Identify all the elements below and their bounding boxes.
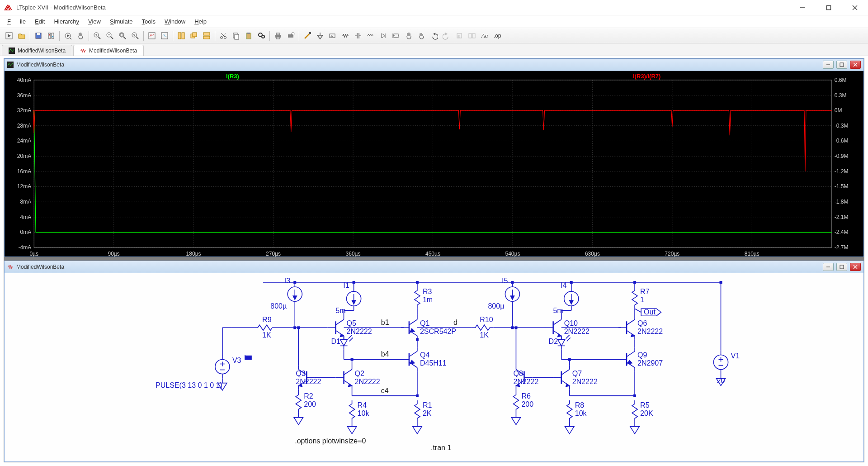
tb-inductor-icon[interactable] (364, 30, 377, 42)
svg-line-36 (221, 33, 225, 37)
svg-text:2N2222: 2N2222 (637, 327, 663, 335)
tb-closewin-icon[interactable] (200, 30, 213, 42)
tb-controlpanel-icon[interactable] (45, 30, 57, 42)
svg-text:10k: 10k (575, 409, 587, 417)
svg-rect-158 (416, 281, 419, 284)
svg-marker-58 (382, 33, 385, 38)
svg-rect-239 (416, 395, 419, 397)
svg-line-214 (344, 370, 352, 375)
window-minimize-button[interactable] (789, 0, 816, 15)
tb-tilewin-icon[interactable] (175, 30, 188, 42)
menu-window[interactable]: Window (160, 16, 190, 27)
app-logo-icon (4, 3, 13, 12)
tb-drawwire-icon[interactable] (301, 30, 314, 42)
tb-printsetup-icon[interactable] (284, 30, 297, 42)
mdi-maximize-button[interactable] (836, 61, 847, 69)
svg-text:-0.9M: -0.9M (835, 153, 849, 159)
svg-marker-344 (566, 384, 570, 387)
tb-ground-icon[interactable] (314, 30, 326, 42)
svg-rect-211 (416, 338, 419, 341)
tb-print-icon[interactable] (272, 30, 284, 42)
svg-text:800µ: 800µ (270, 302, 287, 310)
svg-text:R10: R10 (480, 315, 493, 323)
tb-copy-icon[interactable] (230, 30, 242, 42)
waveform-plot[interactable]: I(R3) I(R3)/I(R7) 0µs90µs180µs270µs360µs… (5, 71, 863, 257)
menu-edit[interactable]: Edit (30, 16, 49, 27)
tb-spice-icon[interactable]: .op (491, 30, 504, 42)
svg-text:1K: 1K (480, 331, 489, 339)
mdi-close-button[interactable] (850, 61, 861, 69)
tb-zoomin-icon[interactable] (91, 30, 104, 42)
tb-autorange-icon[interactable] (146, 30, 158, 42)
window-close-button[interactable] (842, 0, 868, 15)
window-maximize-button[interactable] (816, 0, 842, 15)
tb-resistor-icon[interactable] (339, 30, 352, 42)
tb-zoomout-icon[interactable] (104, 30, 116, 42)
tb-open-icon[interactable] (15, 30, 28, 42)
svg-point-34 (224, 36, 226, 38)
tb-text-icon[interactable]: Aa (478, 30, 491, 42)
schematic-window-titlebar[interactable]: ModifiedWilsonBeta (5, 261, 863, 273)
svg-text:R5: R5 (640, 401, 650, 409)
svg-text:.options plotwinsize=0: .options plotwinsize=0 (295, 437, 366, 445)
svg-text:1: 1 (640, 295, 644, 304)
menu-hierarchy[interactable]: Hierarchy (49, 16, 84, 27)
tb-find-icon[interactable] (255, 30, 268, 42)
menu-view[interactable]: View (84, 16, 105, 27)
svg-text:4mA: 4mA (20, 214, 31, 220)
mdi-maximize-button[interactable] (836, 263, 847, 271)
tb-component-icon[interactable] (390, 30, 402, 42)
schematic-canvas[interactable]: I3800µI15mR31mR91KQ52N2222b1Q12SCR542PD1… (5, 273, 863, 461)
tb-drag-icon[interactable] (415, 30, 428, 42)
svg-line-324 (567, 338, 571, 341)
tb-diode-icon[interactable] (377, 30, 390, 42)
menu-file[interactable]: File (3, 16, 30, 27)
svg-marker-51 (317, 35, 323, 39)
svg-text:1m: 1m (423, 295, 433, 304)
tb-mirror-icon[interactable] (466, 30, 478, 42)
svg-text:10k: 10k (358, 409, 370, 417)
tb-rotate-icon[interactable]: E (453, 30, 466, 42)
mdi-minimize-button[interactable] (823, 61, 834, 69)
tb-label-icon[interactable]: A (326, 30, 339, 42)
tb-zoomback-icon[interactable] (129, 30, 142, 42)
svg-text:2N2222: 2N2222 (564, 327, 590, 335)
svg-text:2N2222: 2N2222 (347, 327, 372, 335)
menu-help[interactable]: Help (190, 16, 211, 27)
tab-schem[interactable]: ModifiedWilsonBeta (73, 45, 144, 56)
mdi-minimize-button[interactable] (823, 263, 834, 271)
tb-move-icon[interactable] (402, 30, 415, 42)
tb-pan-icon[interactable] (74, 30, 87, 42)
svg-text:800µ: 800µ (488, 302, 504, 310)
svg-text:Q5: Q5 (347, 319, 356, 327)
menu-simulate[interactable]: Simulate (105, 16, 137, 27)
svg-point-33 (221, 36, 223, 38)
tb-save-icon[interactable] (32, 30, 45, 42)
tb-run-icon[interactable] (3, 30, 15, 42)
svg-marker-274 (510, 296, 514, 300)
tb-picktrace-icon[interactable] (158, 30, 171, 42)
svg-line-195 (349, 335, 352, 338)
mdi-close-button[interactable] (850, 263, 861, 271)
tb-run2-icon[interactable] (61, 30, 74, 42)
svg-rect-160 (293, 281, 296, 284)
svg-text:270µs: 270µs (266, 251, 281, 257)
svg-marker-368 (565, 427, 574, 434)
svg-text:Q3: Q3 (296, 369, 305, 377)
tb-cascadewin-icon[interactable] (188, 30, 200, 42)
svg-text:D45H11: D45H11 (420, 359, 447, 367)
tb-redo-icon[interactable] (440, 30, 453, 42)
svg-text:R7: R7 (640, 287, 650, 295)
tab-plot[interactable]: ModifiedWilsonBeta (2, 45, 72, 56)
tb-cut-icon[interactable] (217, 30, 230, 42)
svg-text:I4: I4 (561, 281, 566, 289)
tb-capacitor-icon[interactable] (352, 30, 364, 42)
tb-paste-icon[interactable] (242, 30, 255, 42)
menu-tools[interactable]: Tools (137, 16, 160, 27)
svg-text:-0.3M: -0.3M (835, 123, 849, 129)
svg-rect-27 (178, 33, 181, 39)
tb-zoomfit-icon[interactable] (116, 30, 129, 42)
plot-window-titlebar[interactable]: ModifiedWilsonBeta (5, 59, 863, 71)
tb-undo-icon[interactable] (428, 30, 440, 42)
svg-text:0mA: 0mA (20, 229, 31, 235)
